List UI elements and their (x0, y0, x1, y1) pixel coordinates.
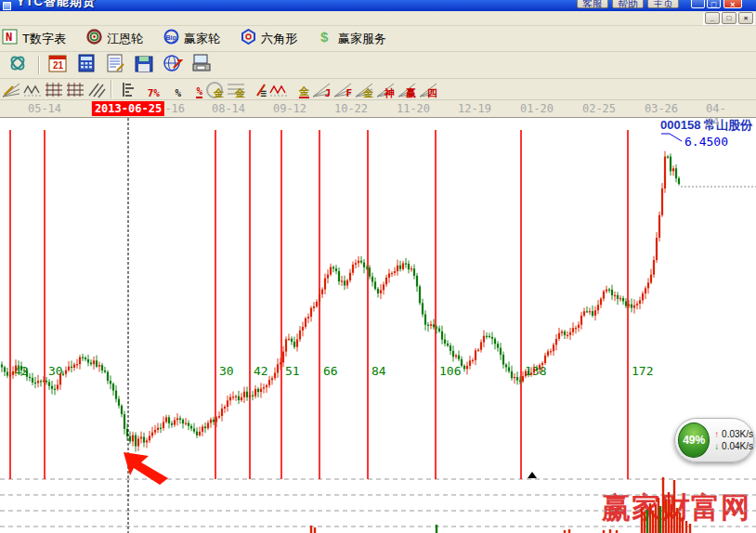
gann-grid-icon[interactable] (45, 81, 64, 98)
save-icon[interactable] (134, 53, 163, 77)
mdi-minimize-button[interactable]: _ (705, 12, 720, 24)
maximize-button[interactable]: □ (707, 0, 721, 8)
gann-wheel-icon (86, 29, 102, 48)
knot-icon[interactable] (7, 53, 36, 77)
candle-body (204, 426, 206, 428)
zigzag-icon[interactable] (23, 81, 43, 98)
date-tick: 09-12 (273, 102, 306, 115)
candle-body (399, 266, 401, 269)
candle-body (271, 378, 273, 380)
candle-body (617, 295, 619, 299)
candle-body (408, 264, 410, 269)
parallel-lines-icon[interactable] (87, 81, 107, 98)
candle-body (672, 168, 674, 171)
candle-body (622, 298, 624, 301)
candle-body (452, 351, 454, 357)
peak-price-label: 6.4500 (684, 135, 728, 149)
candle-body (346, 280, 348, 285)
four-angle-icon[interactable]: 四 (419, 81, 438, 98)
volume-bar (662, 477, 664, 533)
win-angle-icon[interactable]: 赢 (398, 81, 417, 98)
candle-body (541, 363, 543, 365)
percent7-icon[interactable]: 7% (141, 81, 161, 98)
mdi-restore-button[interactable]: □ (722, 12, 736, 24)
candle-body (37, 381, 39, 383)
gann-grid2-icon[interactable] (66, 81, 85, 98)
toolbar-item-gann-wheel[interactable]: 江恩轮 (86, 29, 143, 48)
candle-body (62, 374, 64, 375)
gann-cycle-label: 30 (219, 364, 234, 378)
calendar-icon[interactable]: 21 (47, 53, 76, 77)
shen-angle-icon[interactable]: 神 (376, 81, 396, 98)
gold-circle-icon[interactable]: 金 (205, 81, 225, 98)
percent-line-icon[interactable]: % (184, 81, 203, 98)
candle-body (438, 329, 440, 332)
toolbar-item-winner-wheel[interactable]: Big赢家轮 (163, 29, 220, 48)
candle-body (369, 267, 371, 277)
candle-body (363, 263, 365, 267)
globe-icon[interactable] (163, 53, 191, 77)
candle-body (160, 428, 162, 429)
f-angle-icon[interactable]: F (333, 81, 353, 98)
wave-grid-icon[interactable] (269, 81, 289, 98)
candle-body (555, 339, 557, 344)
candle-body (383, 284, 385, 290)
date-tick: 02-25 (582, 102, 616, 115)
candle-body (341, 280, 343, 281)
low-point-arrow (124, 452, 168, 485)
candle-body (18, 366, 20, 367)
pen-bars-icon[interactable]: ≡ (248, 81, 267, 98)
candle-body (188, 422, 189, 425)
minimize-button[interactable]: _ (691, 0, 705, 8)
gann-cycle-label: 138 (525, 364, 546, 378)
candle-body (608, 290, 610, 291)
titlebar-button-2[interactable]: 帮助 (612, 0, 644, 8)
candle-body (519, 381, 521, 382)
trend-pencil-icon[interactable] (2, 81, 21, 98)
candle-body (73, 365, 75, 368)
candle-body (553, 344, 554, 351)
j-angle-icon[interactable]: J (312, 81, 332, 98)
network-speed-badge[interactable]: 49% ↑ 0.03K/s ↓ 0.04K/s (674, 418, 754, 462)
title-bar: YTC智能期货 客服 帮助 主页 _ □ × (0, 0, 756, 11)
date-tick: 04-24 (706, 102, 739, 128)
gold-underline-icon[interactable]: 金 (291, 81, 310, 98)
close-button[interactable]: × (723, 0, 742, 8)
candle-body (319, 294, 320, 302)
candle-body (321, 290, 323, 294)
price-levels-icon[interactable] (120, 81, 139, 98)
notepad-icon[interactable] (105, 53, 134, 77)
candle-body (645, 288, 646, 293)
candle-body (254, 389, 256, 396)
titlebar-button-3[interactable]: 主页 (647, 0, 679, 8)
gold-angle-icon[interactable]: 金 (355, 81, 374, 98)
printer-icon[interactable] (191, 53, 220, 77)
candle-body (678, 178, 680, 184)
toolbar-item-hexagon[interactable]: 六角形 (241, 29, 297, 48)
candle-body (280, 362, 281, 364)
drawing-toolbar: 7%%%金金≡金JF金神赢四 (0, 79, 756, 100)
gold-lines-icon[interactable]: 金 (227, 81, 246, 98)
anchor-date-highlight[interactable]: 2013-06-25 (92, 101, 164, 116)
speed-rates: ↑ 0.03K/s ↓ 0.04K/s (714, 428, 753, 452)
candle-body (93, 360, 95, 364)
toolbar-item-dollar[interactable]: $赢家服务 (318, 29, 386, 48)
mdi-close-button[interactable]: × (738, 12, 753, 24)
candle-body (305, 318, 306, 327)
candle-body (463, 366, 465, 369)
titlebar-button-1[interactable]: 客服 (577, 0, 608, 8)
candle-body (196, 432, 198, 436)
percent-icon[interactable]: % (163, 81, 182, 98)
candle-body (397, 266, 398, 271)
svg-text:$: $ (320, 29, 329, 45)
candle-body (675, 168, 677, 178)
toolbar-item-n-table[interactable]: NT数字表 (2, 29, 66, 48)
volume-bar (673, 480, 675, 533)
candle-body (213, 420, 215, 422)
candle-body (182, 420, 184, 423)
calculator-icon[interactable] (76, 53, 105, 77)
svg-text:Big: Big (165, 34, 176, 42)
candle-body (500, 348, 502, 355)
candle-body (157, 428, 159, 430)
candle-body (475, 350, 476, 360)
